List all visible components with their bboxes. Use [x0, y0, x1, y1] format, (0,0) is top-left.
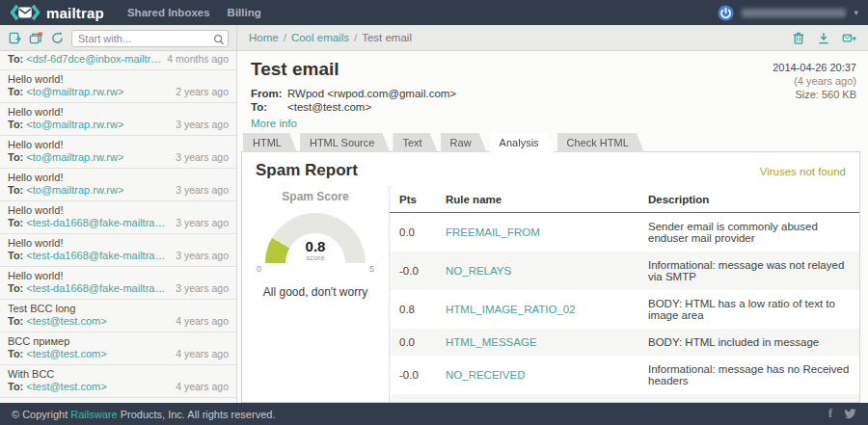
email-to-address: <test-da1668@fake-mailtrap.rw.rw> — [26, 282, 170, 295]
search-icon[interactable] — [213, 32, 225, 49]
app-body: To:<dsf-6d7dce@inbox-mailtrap.rw.rw>4 mo… — [0, 51, 868, 403]
email-to-address: <test@test.com> — [26, 348, 106, 360]
email-subject: BCC пример — [8, 335, 229, 348]
to-label: To: — [8, 119, 23, 131]
breadcrumb-test-email: Test email — [362, 32, 412, 43]
email-list-item[interactable]: Hello world!To:<test-da1668@fake-mailtra… — [0, 201, 236, 234]
rule-description: BODY: HTML has a low ratio of text to im… — [638, 290, 859, 329]
twitter-icon[interactable] — [844, 409, 856, 419]
email-list-item[interactable]: Hello world!To:<to@mailtrap.rw.rw>3 year… — [0, 136, 236, 169]
user-name-redacted[interactable] — [742, 9, 846, 17]
email-list-item[interactable]: Hello world!To:<test-da1668@fake-mailtra… — [0, 267, 236, 300]
message-detail-pane: Test email From: RWpod <rwpod.com@gmail.… — [237, 51, 868, 403]
email-time: 4 years ago — [170, 315, 229, 328]
email-to-row: To:<test@test.com>4 years ago — [8, 315, 229, 328]
email-subject: Hello world! — [8, 270, 229, 282]
breadcrumb-separator: / — [354, 32, 357, 43]
breadcrumb-cool-emails[interactable]: Cool emails — [291, 32, 349, 43]
rule-name[interactable]: HTML_IMAGE_RATIO_02 — [436, 290, 638, 329]
email-subject: Test BCC long — [8, 303, 229, 315]
more-info-link[interactable]: More info — [251, 118, 297, 129]
spam-rules-header-row: PtsRule nameDescription — [390, 186, 859, 213]
mailtrap-logo[interactable]: mailtrap — [10, 4, 104, 21]
brand-wordmark: mailtrap — [46, 5, 104, 21]
to-row: To: <test@test.com> — [251, 100, 773, 114]
topnav-item-billing[interactable]: Billing — [228, 7, 261, 18]
power-logout-icon[interactable] — [718, 5, 734, 21]
email-to-address: <test-da1668@fake-mailtrap.rw.rw> — [26, 217, 170, 229]
rule-points: 0.0 — [390, 213, 436, 252]
forward-email-icon[interactable] — [842, 31, 856, 45]
spam-rules-table-wrap: PtsRule nameDescription 0.0FREEMAIL_FROM… — [389, 186, 859, 403]
to-value: <test@test.com> — [287, 100, 371, 114]
toolbar-row: Home/Cool emails/Test email — [0, 25, 868, 51]
clear-inbox-icon[interactable] — [29, 31, 43, 45]
to-label: To: — [251, 100, 287, 114]
delete-message-icon[interactable] — [792, 31, 806, 45]
from-row: From: RWpod <rwpod.com@gmail.com> — [251, 87, 773, 100]
rule-name[interactable]: FREEMAIL_FROM — [436, 213, 638, 252]
email-time: 3 years ago — [170, 250, 229, 262]
mark-all-read-icon[interactable] — [8, 31, 22, 45]
tab-text[interactable]: Text — [393, 133, 437, 152]
rule-row: 0.0HTML_MESSAGEBODY: HTML included in me… — [390, 329, 859, 356]
spam-score-column: Spam Score 0.8 score 0 5 All good, don't… — [242, 186, 389, 403]
email-to-address: <test-da1668@fake-mailtrap.rw.rw> — [26, 250, 170, 262]
search-input[interactable] — [71, 30, 229, 47]
message-subject-title: Test email — [251, 59, 773, 80]
to-label: To: — [8, 86, 23, 98]
to-label: To: — [8, 53, 23, 66]
breadcrumb-home[interactable]: Home — [249, 32, 279, 43]
tab-html-source[interactable]: HTML Source — [300, 133, 390, 152]
email-subject: Hello world! — [8, 237, 229, 250]
tab-html[interactable]: HTML — [243, 133, 297, 152]
refresh-icon[interactable] — [50, 31, 65, 45]
rule-name[interactable]: NO_RECEIVED — [436, 356, 638, 394]
email-list-item[interactable]: BCC примерTo:<test@test.com>4 years ago — [0, 332, 236, 365]
rule-name[interactable]: HTML_MESSAGE — [436, 329, 638, 356]
rule-name[interactable]: T_TO_NO_BRKTS_FREEMAIL — [436, 394, 638, 403]
tab-raw[interactable]: Raw — [441, 133, 487, 152]
tab-check-html[interactable]: Check HTML — [557, 133, 644, 152]
topnav-item-shared-inboxes[interactable]: Shared Inboxes — [127, 7, 210, 18]
email-list-item[interactable]: Hello world!To:<to@mailtrap.rw.rw>2 year… — [0, 70, 236, 103]
email-to-address: <to@mailtrap.rw.rw> — [26, 86, 123, 98]
email-list-item[interactable]: Hello world!To:<to@mailtrap.rw.rw>3 year… — [0, 103, 236, 136]
rule-description: Sender email is commonly abused enduser … — [638, 213, 859, 252]
rule-points: 0.0 — [390, 394, 436, 403]
viruses-status: Viruses not found — [760, 166, 846, 177]
to-label: To: — [8, 250, 23, 262]
email-to-address: <to@mailtrap.rw.rw> — [26, 151, 123, 164]
rule-row: 0.0T_TO_NO_BRKTS_FREEMAILT_TO_NO_BRKTS_F… — [390, 394, 859, 403]
email-time: 3 years ago — [170, 119, 229, 131]
mailtrap-envelope-icon — [10, 4, 41, 21]
email-list-item[interactable]: Hello world!To:<to@mailtrap.rw.rw>3 year… — [0, 169, 236, 201]
email-time: 3 years ago — [170, 151, 229, 164]
rule-name[interactable]: NO_RELAYS — [436, 252, 638, 290]
email-list-item[interactable]: With BCCTo:<test@test.com>4 years ago — [0, 365, 236, 398]
tab-analysis[interactable]: Analysis — [490, 133, 555, 152]
email-list-item[interactable]: Test BCC longTo:<test@test.com>4 years a… — [0, 300, 236, 332]
chevron-down-icon[interactable]: ▾ — [854, 8, 858, 17]
message-size: Size: 560 KB — [773, 88, 856, 101]
facebook-icon[interactable]: f — [828, 407, 832, 421]
mailtrap-app: mailtrap Shared InboxesBilling ▾ — [0, 0, 868, 425]
spam-verdict: All good, don't worry — [263, 285, 367, 299]
to-label: To: — [8, 151, 23, 164]
download-message-icon[interactable] — [817, 31, 831, 45]
email-subject: With BCC — [8, 368, 229, 381]
spam-score-value: 0.8 — [306, 239, 326, 253]
top-navigation-bar: mailtrap Shared InboxesBilling ▾ — [0, 0, 868, 25]
railsware-link[interactable]: Railsware — [70, 409, 117, 420]
email-time: 4 months ago — [161, 53, 229, 66]
email-subject: Hello world! — [8, 172, 229, 184]
email-to-row: To:<test@test.com>4 years ago — [8, 348, 229, 360]
message-age: (4 years ago) — [773, 74, 856, 88]
email-subject: Hello world! — [8, 139, 229, 151]
email-list-item[interactable]: Hello world!To:<test-da1668@fake-mailtra… — [0, 234, 236, 267]
spam-report-title: Spam Report — [256, 161, 358, 180]
topbar-user-area: ▾ — [718, 5, 858, 21]
email-to-row: To:<to@mailtrap.rw.rw>3 years ago — [8, 119, 229, 131]
email-list-item[interactable]: To:<dsf-6d7dce@inbox-mailtrap.rw.rw>4 mo… — [0, 51, 236, 70]
email-time: 2 years ago — [170, 86, 229, 98]
